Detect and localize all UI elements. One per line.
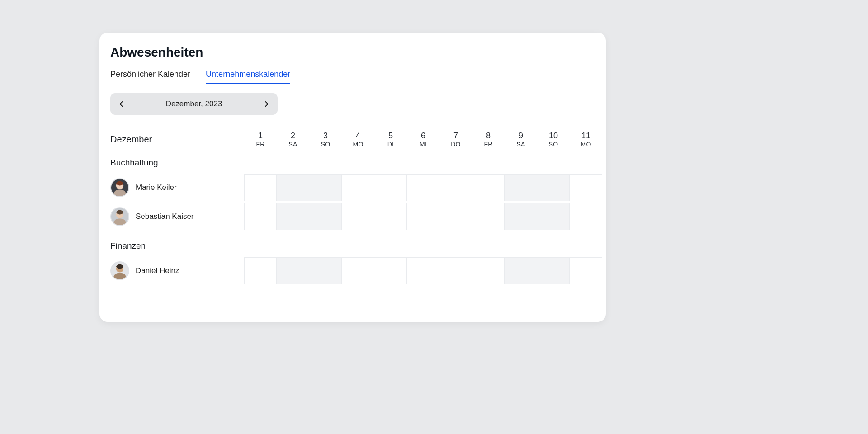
day-number: 3 [309,132,342,141]
chevron-left-icon [117,99,126,108]
calendar-cell[interactable] [505,203,537,230]
person-row: Marie Keiler [110,173,606,202]
cells [244,203,602,230]
calendar-grid: Dezember 1FR2SA3SO4MO5DI6MI7DO8FR9SA10SO… [99,123,606,285]
day-weekday: SA [505,141,537,148]
calendar-cell[interactable] [472,203,505,230]
calendar-cell[interactable] [342,257,374,284]
day-weekday: MI [407,141,439,148]
group-name: Buchhaltung [110,148,606,173]
tabs: Persönlicher KalenderUnternehmenskalende… [110,70,606,84]
calendar-cell[interactable] [407,174,439,201]
day-header: 4MO [342,132,374,148]
month-picker: Dezember, 2023 [110,93,278,115]
calendar-cell[interactable] [277,257,309,284]
calendar-cell[interactable] [439,203,472,230]
calendar-cell[interactable] [537,174,570,201]
person-row: Sebastian Kaiser [110,202,606,231]
calendar-cell[interactable] [244,174,277,201]
person-name: Daniel Heinz [136,266,179,275]
day-header: 6MI [407,132,439,148]
calendar-cell[interactable] [342,203,374,230]
calendar-cell[interactable] [472,174,505,201]
day-number: 2 [277,132,309,141]
cells [244,257,602,284]
calendar-cell[interactable] [570,257,602,284]
tab-personal-calendar[interactable]: Persönlicher Kalender [110,70,190,84]
day-weekday: MO [342,141,374,148]
page-title: Abwesenheiten [110,45,606,60]
chevron-right-icon [262,99,271,108]
tab-company-calendar[interactable]: Unternehmenskalender [206,70,290,84]
person-name: Sebastian Kaiser [136,212,194,221]
person[interactable]: Daniel Heinz [110,261,244,280]
calendar-cell[interactable] [277,203,309,230]
day-weekday: SO [537,141,570,148]
day-header: 10SO [537,132,570,148]
day-weekday: FR [472,141,505,148]
person-name: Marie Keiler [136,183,177,192]
calendar-cell[interactable] [570,203,602,230]
avatar [110,178,129,197]
day-header: 1FR [244,132,277,148]
calendar-cell[interactable] [505,174,537,201]
day-header: 11MO [570,132,602,148]
cells [244,174,602,201]
avatar [110,261,129,280]
absence-card: Abwesenheiten Persönlicher KalenderUnter… [99,33,606,322]
calendar-cell[interactable] [244,203,277,230]
month-picker-label: Dezember, 2023 [166,99,222,108]
day-number: 8 [472,132,505,141]
day-weekday: DI [374,141,407,148]
calendar-cell[interactable] [570,174,602,201]
day-header: 3SO [309,132,342,148]
calendar-cell[interactable] [374,174,407,201]
day-number: 7 [439,132,472,141]
calendar-cell[interactable] [505,257,537,284]
calendar-cell[interactable] [309,203,342,230]
calendar-cell[interactable] [244,257,277,284]
avatar [110,207,129,226]
calendar-cell[interactable] [309,257,342,284]
day-number: 10 [537,132,570,141]
day-number: 1 [244,132,277,141]
day-number: 9 [505,132,537,141]
day-weekday: SO [309,141,342,148]
calendar-cell[interactable] [374,203,407,230]
calendar-cell[interactable] [407,257,439,284]
month-label: Dezember [110,134,152,144]
day-weekday: DO [439,141,472,148]
day-number: 4 [342,132,374,141]
day-header: 9SA [505,132,537,148]
day-header: 8FR [472,132,505,148]
calendar-header-row: Dezember 1FR2SA3SO4MO5DI6MI7DO8FR9SA10SO… [110,132,606,148]
day-weekday: FR [244,141,277,148]
day-number: 5 [374,132,407,141]
person[interactable]: Marie Keiler [110,178,244,197]
calendar-cell[interactable] [472,257,505,284]
day-weekday: MO [570,141,602,148]
calendar-cell[interactable] [537,257,570,284]
person[interactable]: Sebastian Kaiser [110,207,244,226]
day-number: 6 [407,132,439,141]
calendar-cell[interactable] [374,257,407,284]
day-header: 2SA [277,132,309,148]
day-weekday: SA [277,141,309,148]
calendar-cell[interactable] [537,203,570,230]
day-header: 5DI [374,132,407,148]
day-number: 11 [570,132,602,141]
calendar-cell[interactable] [342,174,374,201]
prev-month-button[interactable] [115,98,127,110]
calendar-cell[interactable] [277,174,309,201]
next-month-button[interactable] [260,98,273,110]
calendar-cell[interactable] [309,174,342,201]
calendar-cell[interactable] [407,203,439,230]
calendar-cell[interactable] [439,174,472,201]
day-header: 7DO [439,132,472,148]
person-row: Daniel Heinz [110,256,606,285]
calendar-cell[interactable] [439,257,472,284]
group-name: Finanzen [110,231,606,256]
